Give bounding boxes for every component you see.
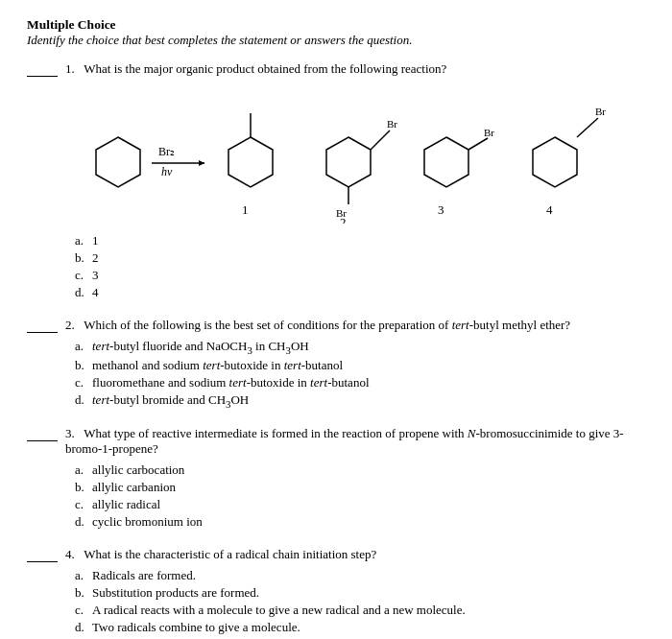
product1-ring	[228, 137, 273, 187]
blank-2	[27, 320, 58, 333]
q1-text: 1. What is the major organic product obt…	[65, 61, 660, 77]
q4-choice-a-text: Radicals are formed.	[92, 568, 196, 583]
product4-label: 4	[546, 202, 553, 217]
q1-choice-a-letter: a.	[75, 233, 92, 248]
q2-choice-b-letter: b.	[75, 358, 92, 373]
product4-br-bond	[577, 118, 598, 137]
q2-choice-c-text: fluoromethane and sodium tert-butoxide i…	[92, 375, 370, 390]
q2-choice-d: d. tert-butyl bromide and CH3OH	[75, 392, 645, 410]
q4-question: What is the characteristic of a radical …	[84, 547, 376, 561]
header-title: Multiple Choice	[27, 17, 645, 33]
q2-choices: a. tert-butyl fluoride and NaOCH3 in CH3…	[75, 339, 645, 409]
q4-choice-b-text: Substitution products are formed.	[92, 585, 259, 601]
q3-choice-d: d. cyclic bromonium ion	[75, 514, 645, 530]
arrow-head	[199, 160, 204, 166]
q1-choice-d-letter: d.	[75, 285, 92, 300]
q3-choice-b-text: allylic carbanion	[92, 480, 176, 495]
question-2: 2. Which of the following is the best se…	[27, 318, 645, 411]
q4-choice-c-letter: c.	[75, 603, 92, 618]
question-4: 4. What is the characteristic of a radic…	[27, 547, 645, 637]
q2-choice-a-text: tert-butyl fluoride and NaOCH3 in CH3OH	[92, 339, 309, 356]
q2-question: Which of the following is the best set o…	[84, 318, 570, 332]
q4-choice-d-letter: d.	[75, 620, 92, 635]
header-subtitle: Identify the choice that best completes …	[27, 33, 645, 48]
blank-1	[27, 63, 58, 77]
q1-choice-c-text: 3	[92, 268, 99, 283]
q1-choice-c: c. 3	[75, 268, 660, 283]
q4-choice-d: d. Two radicals combine to give a molecu…	[75, 620, 645, 635]
q1-content: 1. What is the major organic product obt…	[65, 61, 660, 302]
q3-number: 3.	[65, 426, 81, 440]
hv-label: hν	[161, 165, 173, 178]
product3-label: 3	[438, 202, 444, 217]
blank-3	[27, 428, 58, 441]
q2-number: 2.	[65, 318, 81, 332]
product3-br-label: Br	[484, 127, 494, 138]
q1-choice-a: a. 1	[75, 233, 660, 248]
q2-choice-d-letter: d.	[75, 392, 92, 410]
q1-choice-d-text: 4	[92, 285, 99, 300]
q3-choice-c-letter: c.	[75, 497, 92, 512]
q4-choice-a: a. Radicals are formed.	[75, 568, 645, 583]
q1-number: 1.	[65, 61, 81, 76]
product3-ring	[424, 137, 468, 187]
q2-content: 2. Which of the following is the best se…	[65, 318, 645, 411]
q1-choices: a. 1 b. 2 c. 3 d. 4	[75, 233, 660, 300]
product3-br-bond	[468, 138, 488, 150]
q3-text: 3. What type of reactive intermediate is…	[65, 426, 645, 457]
q4-text: 4. What is the characteristic of a radic…	[65, 547, 645, 562]
q3-choices: a. allylic carbocation b. allylic carban…	[75, 462, 645, 530]
q2-choice-b: b. methanol and sodium tert-butoxide in …	[75, 358, 645, 373]
q3-choice-a-letter: a.	[75, 462, 92, 478]
product1-label: 1	[242, 202, 249, 217]
chemistry-diagram: Br₂ hν 1 Br Br 2 Br	[65, 84, 660, 224]
q3-choice-d-text: cyclic bromonium ion	[92, 514, 203, 530]
product2-ring	[326, 137, 371, 187]
q2-choice-a-letter: a.	[75, 339, 92, 356]
br2-label: Br₂	[158, 145, 175, 158]
q2-choice-c: c. fluoromethane and sodium tert-butoxid…	[75, 375, 645, 390]
product4-br-label: Br	[595, 106, 606, 117]
q2-choice-b-text: methanol and sodium tert-butoxide in ter…	[92, 358, 343, 373]
q3-question: What type of reactive intermediate is fo…	[65, 426, 624, 456]
q4-choice-d-text: Two radicals combine to give a molecule.	[92, 620, 300, 635]
product4-ring	[533, 137, 577, 187]
product2-label: 2	[340, 215, 347, 224]
q3-choice-a: a. allylic carbocation	[75, 462, 645, 478]
q4-choice-b-letter: b.	[75, 585, 92, 601]
q1-choice-a-text: 1	[92, 233, 99, 248]
reaction-svg: Br₂ hν 1 Br Br 2 Br	[65, 84, 660, 224]
q3-choice-a-text: allylic carbocation	[92, 462, 184, 478]
product2-br1-bond	[371, 130, 390, 150]
q2-choice-d-text: tert-butyl bromide and CH3OH	[92, 392, 249, 410]
q3-choice-b-letter: b.	[75, 480, 92, 495]
question-1: 1. What is the major organic product obt…	[27, 61, 645, 302]
blank-4	[27, 549, 58, 562]
q1-choice-d: d. 4	[75, 285, 660, 300]
q4-number: 4.	[65, 547, 81, 561]
q2-choice-a: a. tert-butyl fluoride and NaOCH3 in CH3…	[75, 339, 645, 356]
q2-text: 2. Which of the following is the best se…	[65, 318, 645, 333]
q1-question: What is the major organic product obtain…	[84, 61, 446, 76]
reactant-cyclohexane	[96, 137, 140, 187]
question-3: 3. What type of reactive intermediate is…	[27, 426, 645, 532]
q2-choice-c-letter: c.	[75, 375, 92, 390]
q3-choice-c-text: allylic radical	[92, 497, 160, 512]
q4-choices: a. Radicals are formed. b. Substitution …	[75, 568, 645, 635]
q4-choice-a-letter: a.	[75, 568, 92, 583]
q4-choice-c-text: A radical reacts with a molecule to give…	[92, 603, 466, 618]
q4-choice-c: c. A radical reacts with a molecule to g…	[75, 603, 645, 618]
q3-content: 3. What type of reactive intermediate is…	[65, 426, 645, 532]
q1-choice-c-letter: c.	[75, 268, 92, 283]
product2-br1-label: Br	[387, 118, 397, 130]
q4-choice-b: b. Substitution products are formed.	[75, 585, 645, 601]
q4-content: 4. What is the characteristic of a radic…	[65, 547, 645, 637]
q1-choice-b-letter: b.	[75, 250, 92, 266]
q1-choice-b-text: 2	[92, 250, 99, 266]
q3-choice-b: b. allylic carbanion	[75, 480, 645, 495]
q3-choice-c: c. allylic radical	[75, 497, 645, 512]
q1-choice-b: b. 2	[75, 250, 660, 266]
q3-choice-d-letter: d.	[75, 514, 92, 530]
